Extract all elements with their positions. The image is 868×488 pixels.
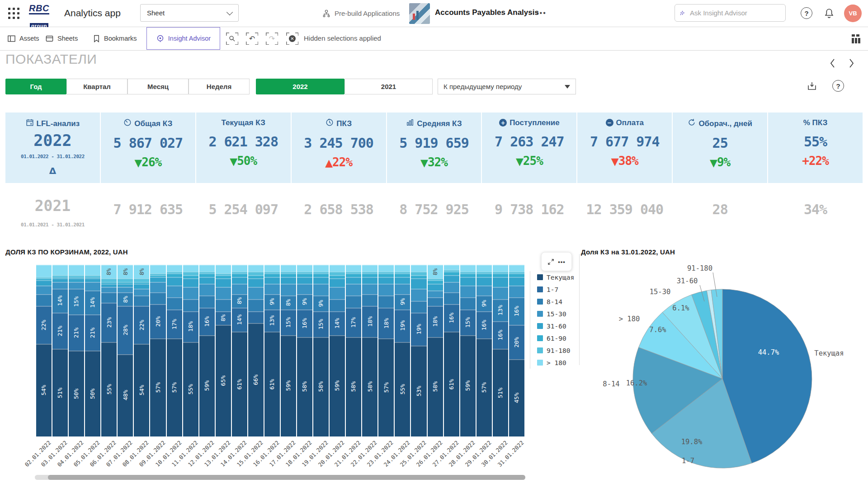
bar-segment-Текущая[interactable]: 58% xyxy=(346,337,361,436)
bar-segment-15-30[interactable] xyxy=(313,284,329,296)
bar-segment-31-60[interactable] xyxy=(346,277,361,284)
bar-segment-Текущая[interactable]: 55% xyxy=(101,342,117,436)
filter-year-2021[interactable]: 2021 xyxy=(344,79,433,94)
bar-segment-15-30[interactable] xyxy=(52,282,68,289)
bar-segment-61-90[interactable] xyxy=(248,275,264,279)
bar-segment-8-14[interactable]: 9% xyxy=(297,294,312,310)
bar-segment-8-14[interactable] xyxy=(183,299,198,311)
bar-segment-8-14[interactable]: 9% xyxy=(395,294,410,310)
bar-04.01.2022[interactable]: 50%21%15% xyxy=(69,265,84,436)
bar-16.01.2022[interactable]: 61%13%9% xyxy=(264,265,280,436)
bar-segment-15-30[interactable] xyxy=(362,284,377,294)
bar-segment-8-14[interactable] xyxy=(428,297,443,306)
filter-year-2022[interactable]: 2022 xyxy=(256,79,344,94)
bar-segment-8-14[interactable] xyxy=(150,292,165,305)
bar-segment-31-60[interactable] xyxy=(199,277,215,284)
bar-segment-1-7[interactable]: 21% xyxy=(85,314,100,351)
bar-segment-15-30[interactable] xyxy=(134,289,149,296)
bar-segment-8-14[interactable] xyxy=(36,294,52,306)
bar-segment-61-90[interactable] xyxy=(199,273,215,277)
bar-segment-1-7[interactable]: 19% xyxy=(411,313,426,345)
bar-segment-> 180[interactable] xyxy=(313,265,329,272)
bar-20.01.2022[interactable]: 59%14% xyxy=(330,265,345,436)
bar-segment-8-14[interactable] xyxy=(378,296,394,308)
bar-segment-8-14[interactable]: 8% xyxy=(281,296,296,309)
kpi-card[interactable]: Общая КЗ5 867 027▼26% xyxy=(101,113,195,183)
bar-segment-Текущая[interactable]: 57% xyxy=(167,338,182,436)
bar-segment-31-60[interactable] xyxy=(85,278,100,282)
bar-12.01.2022[interactable]: 59%16% xyxy=(199,265,215,436)
bar-26.01.2022[interactable]: 58%18%8% xyxy=(428,265,443,436)
undo-selection-button[interactable]: ↶ xyxy=(246,33,258,45)
bar-segment-91-180[interactable] xyxy=(264,272,280,273)
kpi-card[interactable]: Оборач., дней25▼9% xyxy=(673,113,767,183)
bar-segment-91-180[interactable] xyxy=(362,272,377,273)
bar-segment-1-7[interactable]: 17% xyxy=(346,308,361,337)
expand-icon[interactable] xyxy=(547,258,554,265)
bar-segment-Текущая[interactable]: 55% xyxy=(183,342,198,436)
bar-segment-61-90[interactable] xyxy=(297,273,312,277)
bar-segment-15-30[interactable] xyxy=(411,289,426,301)
filter-period-kvartal[interactable]: Квартал xyxy=(66,79,127,94)
bar-segment-91-180[interactable] xyxy=(167,272,182,273)
bar-segment-15-30[interactable] xyxy=(101,287,117,292)
prev-sheet-button[interactable] xyxy=(827,57,837,69)
more-options-icon[interactable]: ••• xyxy=(536,9,547,17)
bar-segment-15-30[interactable] xyxy=(232,284,247,294)
bar-segment-> 180[interactable] xyxy=(69,265,84,275)
bar-02.01.2022[interactable]: 54%22% xyxy=(36,265,52,436)
bar-segment-1-7[interactable]: 20% xyxy=(150,304,165,338)
bar-segment-15-30[interactable] xyxy=(216,287,231,299)
next-sheet-button[interactable] xyxy=(846,57,856,69)
bar-segment-61-90[interactable] xyxy=(150,275,165,277)
bar-segment-8-14[interactable] xyxy=(199,296,215,308)
bar-22.01.2022[interactable]: 58%18% xyxy=(362,265,377,436)
bar-segment-1-7[interactable]: 28% xyxy=(118,306,133,354)
bar-segment-31-60[interactable] xyxy=(378,277,394,284)
bar-segment-31-60[interactable] xyxy=(183,278,198,287)
bar-segment-1-7[interactable]: 15% xyxy=(313,311,329,337)
bar-segment-61-90[interactable] xyxy=(460,273,476,277)
bar-segment-1-7[interactable]: 20% xyxy=(509,325,524,359)
bar-segment-61-90[interactable] xyxy=(362,273,377,277)
bar-segment-91-180[interactable] xyxy=(297,272,312,273)
bar-segment-> 180[interactable] xyxy=(444,265,459,270)
filter-period-god[interactable]: Год xyxy=(5,79,66,94)
bar-segment-8-14[interactable] xyxy=(330,299,345,311)
bar-segment-8-14[interactable] xyxy=(346,296,361,308)
bar-segment-61-90[interactable] xyxy=(167,273,182,277)
bar-segment-61-90[interactable] xyxy=(428,280,443,284)
clear-selections-button[interactable]: ✕ xyxy=(286,33,298,45)
bar-segment-Текущая[interactable]: 58% xyxy=(313,337,329,436)
bar-segment-15-30[interactable] xyxy=(183,287,198,299)
bar-segment-15-30[interactable] xyxy=(476,286,492,296)
bar-segment-91-180[interactable] xyxy=(134,278,149,282)
bar-segment-Текущая[interactable]: 48% xyxy=(118,354,133,436)
bar-segment-61-90[interactable] xyxy=(444,272,459,275)
bar-14.01.2022[interactable]: 61%14%8% xyxy=(232,265,247,436)
bar-segment-15-30[interactable] xyxy=(85,282,100,291)
bar-segment-91-180[interactable] xyxy=(346,272,361,273)
bar-segment-> 180[interactable] xyxy=(264,265,280,272)
bar-segment-61-90[interactable] xyxy=(281,273,296,277)
bar-segment-31-60[interactable] xyxy=(248,278,264,287)
sheets-button[interactable]: Sheets xyxy=(45,27,78,50)
kpi-card[interactable]: % ПКЗ55%+22% xyxy=(768,113,863,183)
bar-segment-> 180[interactable] xyxy=(330,265,345,272)
bar-15.01.2022[interactable]: 66% xyxy=(248,265,264,436)
bar-segment-91-180[interactable] xyxy=(281,272,296,273)
bar-segment-Текущая[interactable]: 54% xyxy=(36,344,52,436)
bar-segment-15-30[interactable] xyxy=(509,286,524,298)
bar-segment-15-30[interactable] xyxy=(248,287,264,299)
chart-menu-icon[interactable]: ••• xyxy=(558,258,566,265)
bar-segment-8-14[interactable]: 9% xyxy=(264,294,280,310)
bar-segment-8-14[interactable] xyxy=(216,299,231,311)
bar-segment-Текущая[interactable]: 58% xyxy=(362,337,377,436)
bar-segment-1-7[interactable]: 16% xyxy=(444,304,459,332)
bar-segment-31-60[interactable] xyxy=(395,277,410,284)
bar-segment-1-7[interactable]: 17% xyxy=(167,310,182,339)
user-avatar[interactable]: VB xyxy=(844,5,862,22)
bar-segment-Текущая[interactable]: 59% xyxy=(281,335,296,436)
bar-segment-> 180[interactable]: 8% xyxy=(428,265,443,278)
bar-segment-61-90[interactable] xyxy=(52,277,68,279)
